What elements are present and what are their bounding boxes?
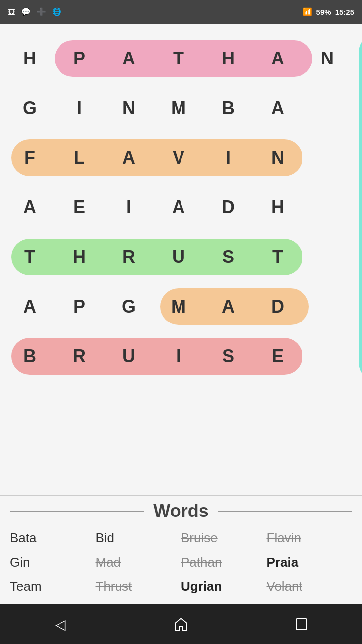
cell-6-5: E: [253, 331, 302, 381]
game-area: H P A T H A N G I N M B A: [0, 24, 362, 604]
grid-row-5: A P G M A D: [5, 282, 352, 331]
cell-6-2: U: [104, 331, 154, 381]
chat-icon: 💬: [21, 7, 31, 16]
cell-0-0: H: [5, 34, 55, 83]
cell-5-4: A: [203, 282, 253, 331]
right-cell-5: V: [352, 282, 362, 331]
cell-5-5: D: [253, 282, 302, 331]
grid-right-col: T N A L O V: [352, 34, 362, 381]
cell-3-2: I: [104, 183, 154, 232]
grid-container: H P A T H A N G I N M B A: [0, 24, 362, 495]
nav-bar: ◁: [0, 604, 362, 644]
grid-wrapper: H P A T H A N G I N M B A: [5, 34, 357, 381]
battery-indicator: 59%: [316, 8, 331, 16]
cell-4-2: R: [104, 232, 154, 282]
cell-1-2: N: [104, 83, 154, 133]
right-cell-1: N: [352, 83, 362, 133]
cell-3-4: D: [203, 183, 253, 232]
word-gin: Gin: [10, 555, 96, 570]
words-line-left: [10, 511, 144, 512]
grid-main: H P A T H A N G I N M B A: [5, 34, 352, 381]
back-button[interactable]: ◁: [46, 609, 75, 639]
cell-0-5: A: [253, 34, 302, 83]
right-cell-0: T: [352, 34, 362, 83]
grid-row-2: F L A V I N: [5, 133, 352, 183]
cell-5-0: A: [5, 282, 55, 331]
cell-6-1: R: [55, 331, 104, 381]
grid-row-6: B R U I S E: [5, 331, 352, 381]
cell-1-5: A: [253, 83, 302, 133]
status-bar-left: 🖼 💬 ➕ 🌐: [8, 7, 61, 16]
cell-5-3: M: [154, 282, 203, 331]
words-grid: Bata Bid Bruise Flavin Gin Mad Pathan Pr…: [10, 530, 352, 594]
word-bid: Bid: [96, 530, 181, 546]
word-team: Team: [10, 579, 96, 594]
right-cell-4: O: [352, 232, 362, 282]
cell-3-0: A: [5, 183, 55, 232]
grid-row-1: G I N M B A: [5, 83, 352, 133]
cell-4-4: S: [203, 232, 253, 282]
word-volant: Volant: [267, 579, 353, 594]
cell-3-5: H: [253, 183, 302, 232]
globe-icon: 🌐: [52, 7, 61, 16]
cell-0-3: T: [154, 34, 203, 83]
grid-row-4: T H R U S T: [5, 232, 352, 282]
home-button[interactable]: [166, 609, 196, 639]
cell-0-4: H: [203, 34, 253, 83]
cell-1-3: M: [154, 83, 203, 133]
cell-2-0: F: [5, 133, 55, 183]
cell-4-5: T: [253, 232, 302, 282]
cell-3-3: A: [154, 183, 203, 232]
right-cell-3: L: [352, 183, 362, 232]
time-display: 15:25: [335, 8, 354, 16]
cell-2-5: N: [253, 133, 302, 183]
recent-apps-button[interactable]: [287, 609, 316, 639]
words-line-right: [218, 511, 352, 512]
cell-0-6: N: [302, 34, 352, 83]
right-cell-2: A: [352, 133, 362, 183]
word-pathan: Pathan: [181, 555, 267, 570]
cell-2-2: A: [104, 133, 154, 183]
cell-1-1: I: [55, 83, 104, 133]
grid-row-0: H P A T H A N: [5, 34, 352, 83]
cell-0-1: P: [55, 34, 104, 83]
word-ugrian: Ugrian: [181, 579, 267, 594]
image-icon: 🖼: [8, 8, 15, 16]
cell-4-3: U: [154, 232, 203, 282]
cell-5-1: P: [55, 282, 104, 331]
cell-1-4: B: [203, 83, 253, 133]
cell-6-4: S: [203, 331, 253, 381]
word-bata: Bata: [10, 530, 96, 546]
status-bar: 🖼 💬 ➕ 🌐 📶 59% 15:25: [0, 0, 362, 24]
cell-2-1: L: [55, 133, 104, 183]
cell-1-0: G: [5, 83, 55, 133]
cell-6-0: B: [5, 331, 55, 381]
grid-row-3: A E I A D H: [5, 183, 352, 232]
cell-6-3: I: [154, 331, 203, 381]
cell-0-2: A: [104, 34, 154, 83]
signal-icon: 📶: [303, 7, 312, 16]
cell-3-1: E: [55, 183, 104, 232]
svg-rect-0: [296, 619, 307, 630]
add-icon: ➕: [37, 7, 46, 16]
word-flavin: Flavin: [267, 530, 353, 546]
cell-5-2: G: [104, 282, 154, 331]
word-thrust: Thrust: [96, 579, 181, 594]
word-praia: Praia: [267, 555, 353, 570]
word-bruise: Bruise: [181, 530, 267, 546]
cell-2-4: I: [203, 133, 253, 183]
word-mad: Mad: [96, 555, 181, 570]
cell-2-3: V: [154, 133, 203, 183]
words-title: Words: [144, 501, 217, 521]
status-bar-right: 📶 59% 15:25: [303, 7, 354, 16]
words-header: Words: [10, 501, 352, 521]
cell-4-0: T: [5, 232, 55, 282]
words-section: Words Bata Bid Bruise Flavin Gin Mad Pat…: [0, 495, 362, 604]
cell-4-1: H: [55, 232, 104, 282]
